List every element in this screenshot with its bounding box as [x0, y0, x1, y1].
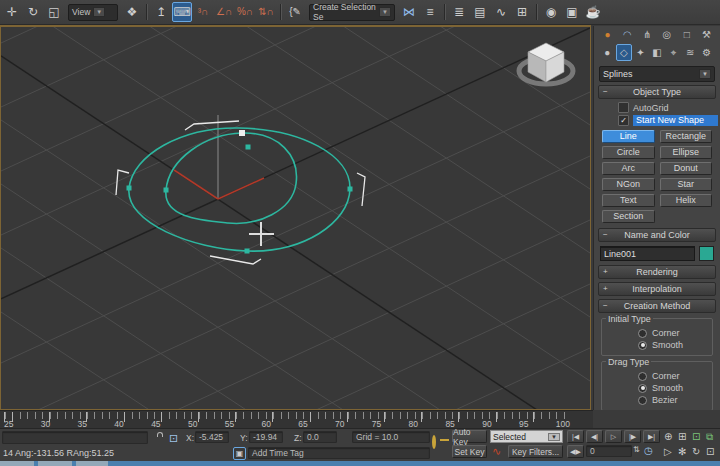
time-tag-icon[interactable]: ▣	[233, 447, 246, 460]
create-tab-icon[interactable]: ●	[600, 28, 615, 42]
angle-snap-icon[interactable]: ∠∩	[214, 2, 234, 22]
mirror-icon[interactable]: ⋈	[399, 2, 419, 22]
shapes-icon[interactable]: ◇	[616, 44, 633, 61]
modify-tab-icon[interactable]: ◠	[620, 28, 635, 42]
select-manipulate-icon[interactable]: ↥	[151, 2, 171, 22]
line-button[interactable]: Line	[602, 130, 655, 143]
new-key-settings-icon[interactable]: ∿	[492, 445, 501, 458]
geometry-icon[interactable]: ●	[599, 44, 616, 61]
autogrid-checkbox[interactable]	[618, 102, 629, 113]
prev-frame-icon: ◀|	[591, 433, 598, 441]
schematic-view-icon[interactable]: ⊞	[512, 2, 532, 22]
start-new-shape-checkbox[interactable]: ✓	[618, 115, 629, 126]
utilities-tab-icon[interactable]: ⚒	[699, 28, 714, 42]
z-coordinate-field[interactable]: 0.0	[303, 431, 337, 443]
toolbar-divider	[280, 4, 281, 20]
drag-smooth-row[interactable]: Smooth	[638, 383, 708, 393]
zoom-all-icon[interactable]: ⊞	[678, 431, 692, 444]
pan-icon[interactable]: ✻	[678, 446, 692, 459]
fov-icon[interactable]: ▷	[664, 446, 678, 459]
percent-snap-icon[interactable]: %∩	[235, 2, 255, 22]
lights-icon[interactable]: ✦	[632, 44, 649, 61]
initial-smooth-row[interactable]: Smooth	[638, 340, 708, 350]
auto-key-button[interactable]: Auto Key	[452, 430, 487, 443]
helpers-icon[interactable]: ⌖	[665, 44, 682, 61]
curve-editor-icon[interactable]: ∿	[491, 2, 511, 22]
interpolation-rollout[interactable]: + Interpolation	[598, 282, 716, 296]
use-center-icon[interactable]: ❖	[122, 2, 142, 22]
x-coordinate-field[interactable]: -5.425	[195, 431, 229, 443]
object-type-rollout[interactable]: − Object Type	[598, 85, 716, 99]
section-button[interactable]: Section	[602, 210, 655, 223]
current-frame-field[interactable]: 0	[586, 445, 632, 457]
next-frame-button[interactable]: |▶	[624, 430, 641, 443]
zoom-extents-icon[interactable]: ⊡	[692, 431, 706, 444]
rectangle-button[interactable]: Rectangle	[660, 130, 713, 143]
select-scale-icon[interactable]: ◱	[44, 2, 64, 22]
initial-corner-radio[interactable]	[638, 329, 647, 338]
arc-button[interactable]: Arc	[602, 162, 655, 175]
start-new-shape-row[interactable]: ✓ Start New Shape	[618, 115, 720, 126]
rendering-rollout[interactable]: + Rendering	[598, 265, 716, 279]
circle-button[interactable]: Circle	[602, 146, 655, 159]
keyboard-override-icon[interactable]: ⌨	[172, 2, 192, 22]
object-color-swatch[interactable]	[699, 246, 714, 261]
align-icon[interactable]: ≡	[420, 2, 440, 22]
select-move-icon[interactable]: ✛	[2, 2, 22, 22]
selected-dropdown[interactable]: Selected ▼	[490, 430, 563, 443]
y-coordinate-field[interactable]: -19.94	[249, 431, 283, 443]
drag-smooth-radio[interactable]	[638, 384, 647, 393]
initial-smooth-radio[interactable]	[638, 341, 647, 350]
ngon-button[interactable]: NGon	[602, 178, 655, 191]
track-bar[interactable]: 25 30 35 40 45 50 55 60 65 70 75 80 85 9…	[0, 410, 593, 428]
spinner-snap-icon[interactable]: ⇅∩	[256, 2, 276, 22]
space-warps-icon[interactable]: ≋	[682, 44, 699, 61]
reference-coordinate-dropdown[interactable]: View ▼	[68, 4, 118, 21]
shape-category-dropdown[interactable]: Splines ▼	[599, 66, 715, 82]
snap-toggle-3d-icon[interactable]: ³∩	[193, 2, 213, 22]
orbit-icon[interactable]: ↻	[692, 446, 706, 459]
layer-manager-icon[interactable]: ≣	[449, 2, 469, 22]
drag-bezier-radio[interactable]	[638, 396, 647, 405]
render-production-icon[interactable]: ☕	[583, 2, 603, 22]
motion-tab-icon[interactable]: ◎	[659, 28, 674, 42]
go-to-start-button[interactable]: |◀	[567, 430, 584, 443]
text-button[interactable]: Text	[602, 194, 655, 207]
zoom-icon[interactable]: ⊕	[664, 431, 678, 444]
star-button[interactable]: Star	[660, 178, 713, 191]
cameras-icon[interactable]: ◧	[649, 44, 666, 61]
helix-button[interactable]: Helix	[660, 194, 713, 207]
named-selection-sets-icon[interactable]: {✎	[285, 2, 305, 22]
absolute-offset-toggle-icon[interactable]: ⊡	[169, 432, 178, 445]
hierarchy-tab-icon[interactable]: ⋔	[640, 28, 655, 42]
select-rotate-icon[interactable]: ↻	[23, 2, 43, 22]
initial-corner-row[interactable]: Corner	[638, 328, 708, 338]
creation-method-rollout[interactable]: − Creation Method	[598, 299, 716, 313]
set-key-button[interactable]: Set Key	[452, 445, 487, 458]
key-filters-button[interactable]: Key Filters...	[508, 445, 563, 458]
go-to-end-button[interactable]: ▶|	[643, 430, 660, 443]
key-mode-button[interactable]: ◀▶	[567, 445, 584, 458]
perspective-viewport[interactable]	[0, 25, 591, 410]
render-setup-icon[interactable]: ◉	[541, 2, 561, 22]
name-color-rollout[interactable]: − Name and Color	[598, 228, 716, 242]
previous-frame-button[interactable]: ◀|	[586, 430, 603, 443]
zoom-extents-all-icon[interactable]: ⧉	[706, 431, 720, 444]
object-name-input[interactable]: Line001	[600, 246, 695, 261]
mini-listener[interactable]	[2, 431, 148, 444]
play-button[interactable]: ▷	[605, 430, 622, 443]
systems-icon[interactable]: ⚙	[698, 44, 715, 61]
autogrid-row[interactable]: AutoGrid	[618, 102, 720, 113]
donut-button[interactable]: Donut	[660, 162, 713, 175]
drag-corner-radio[interactable]	[638, 372, 647, 381]
display-tab-icon[interactable]: □	[679, 28, 694, 42]
graphite-tools-icon[interactable]: ▤	[470, 2, 490, 22]
rendered-frame-window-icon[interactable]: ▣	[562, 2, 582, 22]
add-time-tag-field[interactable]: Add Time Tag	[248, 447, 430, 459]
selection-set-dropdown[interactable]: Create Selection Se ▼	[309, 4, 395, 21]
maximize-viewport-icon[interactable]: ⊡	[706, 446, 720, 459]
time-configuration-icon[interactable]: ◷	[644, 445, 658, 458]
drag-corner-row[interactable]: Corner	[638, 371, 708, 381]
drag-bezier-row[interactable]: Bezier	[638, 395, 708, 405]
ellipse-button[interactable]: Ellipse	[660, 146, 713, 159]
